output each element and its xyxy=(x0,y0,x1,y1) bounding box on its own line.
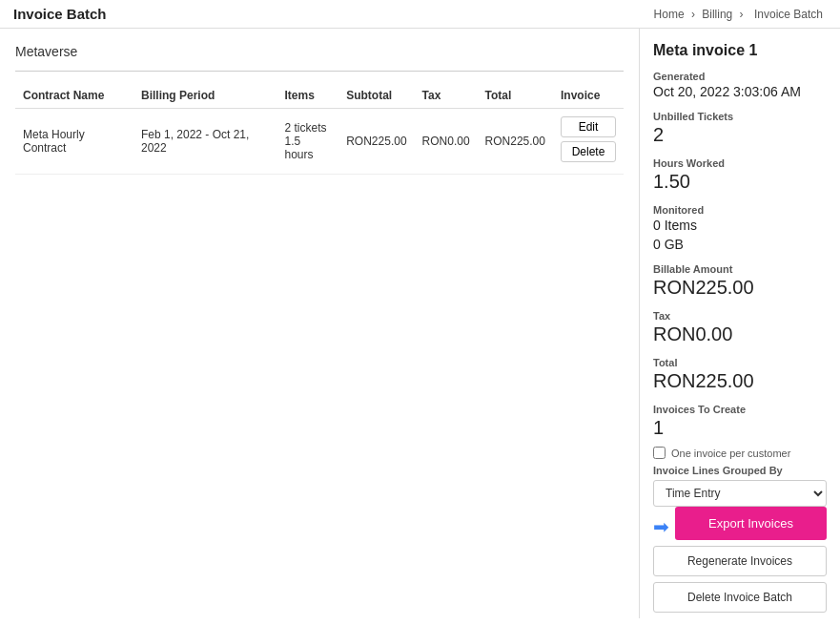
export-arrow-icon: ➡ xyxy=(653,515,669,538)
total-label: Total xyxy=(653,357,827,368)
invoice-table: Contract Name Billing Period Items Subto… xyxy=(15,83,624,175)
one-invoice-row: One invoice per customer xyxy=(653,447,827,459)
generated-label: Generated xyxy=(653,71,827,82)
items-line1: 2 tickets xyxy=(285,121,327,135)
delete-button[interactable]: Delete xyxy=(561,141,616,162)
cell-invoice-actions: Edit Delete xyxy=(553,109,624,175)
col-subtotal: Subtotal xyxy=(338,83,414,109)
breadcrumb-home[interactable]: Home xyxy=(654,8,685,21)
one-invoice-checkbox[interactable] xyxy=(653,447,666,459)
cell-billing-period: Feb 1, 2022 - Oct 21, 2022 xyxy=(133,109,277,175)
delete-invoice-batch-button[interactable]: Delete Invoice Batch xyxy=(653,582,827,613)
invoices-to-create-value: 1 xyxy=(653,417,827,439)
export-invoices-button[interactable]: Export Invoices xyxy=(675,507,827,540)
cell-subtotal: RON225.00 xyxy=(338,109,414,175)
cell-contract-name: Meta Hourly Contract xyxy=(15,109,133,175)
hours-worked-value: 1.50 xyxy=(653,171,827,193)
hours-worked-label: Hours Worked xyxy=(653,157,827,169)
tax-label: Tax xyxy=(653,310,827,322)
col-contract-name: Contract Name xyxy=(15,83,133,109)
cell-items: 2 tickets 1.5 hours xyxy=(277,109,339,175)
breadcrumb: Home › Billing › Invoice Batch xyxy=(654,8,827,21)
grouped-by-label: Invoice Lines Grouped By xyxy=(653,465,827,476)
sidebar: Meta invoice 1 Generated Oct 20, 2022 3:… xyxy=(640,29,840,618)
generated-value: Oct 20, 2022 3:03:06 AM xyxy=(653,84,827,99)
monitored-label: Monitored xyxy=(653,204,827,216)
unbilled-tickets-label: Unbilled Tickets xyxy=(653,111,827,122)
billable-value: RON225.00 xyxy=(653,277,827,299)
divider xyxy=(15,71,624,72)
items-line2: 1.5 hours xyxy=(285,135,314,161)
col-invoice: Invoice xyxy=(553,83,624,109)
content-area: Metaverse Contract Name Billing Period I… xyxy=(0,29,640,618)
edit-button[interactable]: Edit xyxy=(561,116,616,137)
billable-label: Billable Amount xyxy=(653,263,827,275)
top-bar: Invoice Batch Home › Billing › Invoice B… xyxy=(0,0,840,29)
invoices-to-create-label: Invoices To Create xyxy=(653,404,827,415)
one-invoice-label: One invoice per customer xyxy=(671,448,790,459)
cell-tax: RON0.00 xyxy=(415,109,478,175)
monitored-items: 0 Items xyxy=(653,218,827,233)
tax-value: RON0.00 xyxy=(653,323,827,345)
export-row: ➡ Export Invoices xyxy=(653,507,827,546)
col-tax: Tax xyxy=(415,83,478,109)
regenerate-invoices-button[interactable]: Regenerate Invoices xyxy=(653,546,827,576)
monitored-gb: 0 GB xyxy=(653,237,827,252)
breadcrumb-current: Invoice Batch xyxy=(754,8,823,21)
unbilled-tickets-value: 2 xyxy=(653,124,827,146)
breadcrumb-billing[interactable]: Billing xyxy=(702,8,732,21)
main-layout: Metaverse Contract Name Billing Period I… xyxy=(0,29,840,618)
total-value: RON225.00 xyxy=(653,370,827,392)
section-title: Metaverse xyxy=(15,44,624,59)
col-billing-period: Billing Period xyxy=(133,83,277,109)
cell-total: RON225.00 xyxy=(478,109,553,175)
table-row: Meta Hourly Contract Feb 1, 2022 - Oct 2… xyxy=(15,109,624,175)
col-total: Total xyxy=(478,83,553,109)
sidebar-title: Meta invoice 1 xyxy=(653,42,827,59)
grouped-by-select[interactable]: Time Entry xyxy=(653,480,827,507)
col-items: Items xyxy=(277,83,339,109)
page-title: Invoice Batch xyxy=(13,6,107,22)
